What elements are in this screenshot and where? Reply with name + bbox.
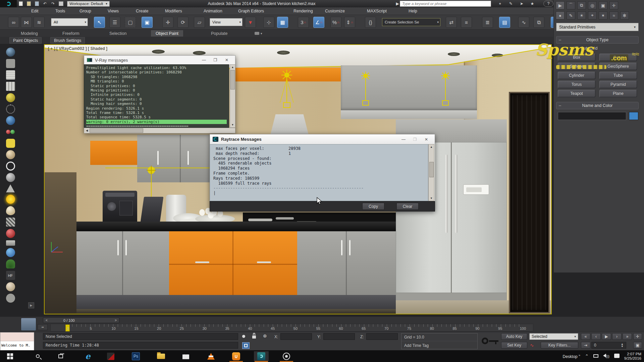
scroll-up-icon[interactable]: ▲ xyxy=(231,65,234,69)
left-tool-circle-gray-icon[interactable] xyxy=(6,294,15,303)
ribbon-overflow-icon[interactable]: ▾ xyxy=(250,30,267,37)
object-color-swatch[interactable] xyxy=(629,112,638,120)
menu-tools[interactable]: Tools xyxy=(55,9,65,13)
panel-tab-hierarchy-icon[interactable]: ⧉ xyxy=(577,1,586,9)
notification-icon[interactable] xyxy=(614,354,620,359)
menu-create[interactable]: Create xyxy=(136,9,149,13)
selection-lock-icon[interactable] xyxy=(252,334,256,339)
pan-view-icon[interactable]: ✛ xyxy=(633,333,642,340)
left-tool-sphere-gray-icon[interactable] xyxy=(6,173,15,182)
tab-populate[interactable]: Populate xyxy=(206,30,232,37)
listener-macro-row[interactable] xyxy=(0,333,34,341)
select-and-rotate-icon[interactable]: ⟳ xyxy=(177,17,189,28)
button-geosphere[interactable]: GeoSphere xyxy=(599,63,637,70)
frame-back-icon[interactable]: < xyxy=(43,318,50,322)
panel-tab-utilities-icon[interactable]: ✛ xyxy=(609,1,618,9)
scroll-down-icon[interactable]: ▼ xyxy=(430,197,433,201)
close-icon[interactable]: ✕ xyxy=(221,56,232,64)
left-tool-grid-icon[interactable] xyxy=(6,82,15,91)
selection-region-icon[interactable]: ▢ xyxy=(125,17,136,28)
raytrace-log-area[interactable]: max faces per voxel: 28938 max depth rea… xyxy=(210,144,428,201)
scroll-left-icon[interactable]: ◀ xyxy=(84,129,90,132)
undo-icon[interactable]: ↶ xyxy=(42,1,48,7)
percent-snap-icon[interactable]: %∩ xyxy=(330,17,341,28)
raytrace-window-titlebar[interactable]: Raytrace Messages — ❐ ✕ xyxy=(210,134,435,144)
button-sphere[interactable]: Sphere xyxy=(558,63,595,70)
menu-views[interactable]: Views xyxy=(108,9,119,13)
vlc-icon[interactable] xyxy=(204,351,218,361)
autogrid-checkbox[interactable] xyxy=(574,46,578,51)
binocular-search-icon[interactable]: ⌖ xyxy=(496,1,504,7)
next-frame-button[interactable]: › xyxy=(612,333,622,340)
layer-manager-icon[interactable]: ≣ xyxy=(482,17,493,28)
panel-tab-modify-icon[interactable]: ⌒ xyxy=(567,1,575,9)
time-slider[interactable]: < 0 / 100 > xyxy=(43,317,119,323)
left-tool-flat-box-icon[interactable] xyxy=(6,240,15,246)
category-helpers-icon[interactable]: ✶ xyxy=(599,11,607,19)
previous-frame-button[interactable]: ‹ xyxy=(591,333,601,340)
left-tool-cone-icon[interactable] xyxy=(6,184,15,192)
left-tool-sphere-yellow-icon[interactable] xyxy=(6,93,15,102)
open-file-icon[interactable] xyxy=(25,1,32,7)
uc-browser-icon[interactable]: ∪ xyxy=(229,351,244,361)
window-crossing-icon[interactable]: ▣ xyxy=(142,17,153,28)
track-bar[interactable]: 05 1015 2025 3035 4045 5055 6065 7075 80… xyxy=(50,324,533,331)
subtab-brush-settings[interactable]: Brush Settings xyxy=(50,37,85,44)
category-cameras-icon[interactable]: ⌖ xyxy=(588,11,597,19)
mirror-icon[interactable]: ⇄ xyxy=(446,17,457,28)
network-icon[interactable] xyxy=(593,354,598,359)
category-spacewarps-icon[interactable]: ≈ xyxy=(609,11,618,19)
button-cylinder[interactable]: Cylinder xyxy=(558,72,595,79)
left-tool-sphere-pair-icon[interactable] xyxy=(6,127,15,136)
keyboard-override-icon[interactable]: ▦ xyxy=(277,17,288,28)
left-tool-hatch-icon[interactable] xyxy=(6,218,15,227)
left-tool-sun-icon[interactable] xyxy=(6,195,15,204)
selection-filter-dropdown[interactable]: All▾ xyxy=(51,18,88,26)
menu-rendering[interactable]: Rendering xyxy=(293,9,313,13)
left-tool-list-icon[interactable] xyxy=(6,70,15,79)
primitive-category-dropdown[interactable]: Standard Primitives ▾ xyxy=(556,23,639,31)
current-frame-field[interactable]: 0▲▼ xyxy=(591,342,626,349)
button-tube[interactable]: Tube xyxy=(599,72,637,79)
volume-icon[interactable]: ))) xyxy=(603,354,609,359)
key-curve-icon[interactable]: ∿ xyxy=(530,343,534,348)
select-by-name-icon[interactable]: ☰ xyxy=(109,17,120,28)
tab-object-paint[interactable]: Object Paint xyxy=(151,30,183,37)
panel-tab-display-icon[interactable]: ▣ xyxy=(599,1,607,9)
left-tool-egg-icon[interactable] xyxy=(6,206,15,215)
communication-icon[interactable]: ➤ xyxy=(517,1,526,7)
tab-modeling[interactable]: Modeling xyxy=(16,30,43,37)
select-and-manipulate-icon[interactable]: ⊹ xyxy=(263,17,274,28)
menu-help[interactable]: Help xyxy=(409,9,417,13)
taskbar-search-icon[interactable] xyxy=(30,351,45,361)
vray-vertical-scrollbar[interactable]: ▲ ▼ xyxy=(230,64,235,128)
left-tool-sphere-blue-icon[interactable] xyxy=(6,116,15,125)
use-pivot-center-icon[interactable]: ▼ xyxy=(245,17,256,28)
media-player-icon[interactable] xyxy=(103,351,118,361)
category-geometry-icon[interactable]: ● xyxy=(556,11,565,19)
go-to-end-button[interactable]: » xyxy=(623,333,632,340)
graphite-ribbon-toggle-icon[interactable]: ▤ xyxy=(499,17,510,28)
object-name-field[interactable] xyxy=(558,112,626,120)
left-tool-sphere-beige2-icon[interactable] xyxy=(6,282,15,291)
maxscript-mini-listener[interactable]: Welcome to M. xyxy=(0,332,34,351)
app-logo-icon[interactable] xyxy=(0,0,17,7)
align-icon[interactable]: ≡ xyxy=(461,17,472,28)
new-file-icon[interactable] xyxy=(17,1,24,7)
raytrace-vertical-scrollbar[interactable]: ▲ ▼ xyxy=(428,144,434,201)
menu-maxscript[interactable]: MAXScript xyxy=(367,9,387,13)
button-plane[interactable]: Plane xyxy=(599,90,637,97)
clear-button[interactable]: Clear xyxy=(396,203,419,210)
minimize-icon[interactable]: — xyxy=(198,56,210,64)
edit-named-selections-icon[interactable]: {} xyxy=(365,17,376,28)
task-view-icon[interactable] xyxy=(53,351,68,361)
subtab-paint-objects[interactable]: Paint Objects xyxy=(9,37,42,44)
taskbar-clock[interactable]: 2:07 PM 9/25/2016 xyxy=(624,352,641,361)
help-icon[interactable]: ? xyxy=(543,1,553,7)
name-and-color-rollout[interactable]: – Name and Color xyxy=(556,102,639,109)
left-tool-hf-icon[interactable]: HF xyxy=(6,271,15,280)
button-torus[interactable]: Torus xyxy=(558,81,595,88)
workspace-dropdown[interactable]: Workspace: Default▾ xyxy=(67,1,110,7)
x-coord-field[interactable] xyxy=(280,333,312,340)
maximize-icon[interactable]: ❐ xyxy=(409,134,421,144)
